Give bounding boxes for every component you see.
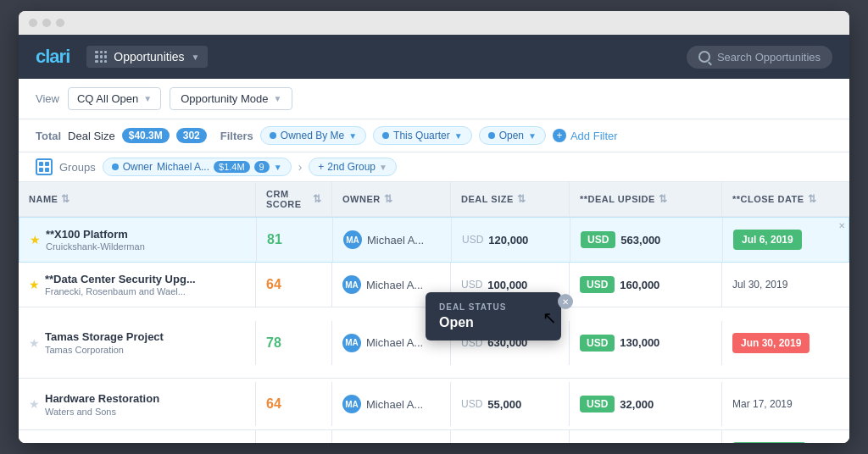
add-filter-label: Add Filter [570,130,618,142]
group-amount: $1.4M [214,161,250,173]
td-crm-3: 64 [256,382,332,426]
opp-name-0: **X100 Platform [46,228,145,242]
td-deal-4: USD 160,000 [451,430,570,443]
td-owner-0: MA Michael A... [333,218,452,262]
tooltip-title: DEAL STATUS [439,302,548,312]
group-dot [112,163,119,170]
owner-name-3: Michael A... [366,398,423,411]
table-row[interactable]: ★ **X100 Platform Cruickshank-Wilderman … [19,217,849,263]
titlebar [19,11,849,35]
add-filter-icon: + [553,129,566,142]
titlebar-dot-yellow [42,19,51,27]
filter-chip-quarter[interactable]: This Quarter ▼ [373,126,472,145]
deal-amount-badge: $40.3M [122,128,170,143]
td-owner-3: MA Michael A... [332,382,451,426]
search-icon [698,51,710,63]
td-deal-0: USD 120,000 [452,218,570,262]
star-icon-2[interactable]: ★ [29,336,40,350]
opp-company-2: Tamas Corporation [45,345,164,355]
star-icon-0[interactable]: ★ [30,233,41,246]
owner-avatar-3: MA [342,395,361,413]
main-window: clari Opportunities ▼ Search Opportuniti… [19,11,849,443]
groups-bar: Groups Owner Michael A... $1.4M 9 ▼ › + … [19,152,849,182]
td-name-4: ★ IT Storage Upgrade Gulgowski-Osinski [19,430,256,443]
td-deal-3: USD 55,000 [451,382,570,426]
filters-label: Filters [220,130,253,142]
currency-0: USD [462,234,483,246]
th-crm: CRM SCORE ⇅ [256,182,332,216]
crm-score-2: 78 [266,335,281,351]
th-name: NAME ⇅ [19,182,256,216]
tooltip-close-button[interactable]: ✕ [558,294,573,309]
deal-count-badge: 302 [176,128,207,143]
table-row[interactable]: ★ IT Storage Upgrade Gulgowski-Osinski 6… [19,430,849,443]
table-row[interactable]: ★ Hardware Restoration Waters and Sons 6… [19,379,849,430]
add-group-icon: + [318,161,324,173]
th-deal-sort-icon[interactable]: ⇅ [517,193,526,205]
td-crm-2: 78 [256,321,332,365]
star-icon-3[interactable]: ★ [29,397,40,411]
table-layout-icon[interactable] [36,158,53,175]
crm-score-0: 81 [267,232,282,247]
add-group-button[interactable]: + 2nd Group ▼ [309,158,397,176]
add-filter-button[interactable]: + Add Filter [553,129,618,142]
search-box[interactable]: Search Opportunities [687,46,832,69]
td-crm-1: 64 [256,263,332,307]
filter-open-label: Open [499,130,524,141]
cursor-indicator: ↖ [542,307,557,328]
opp-name-2: Tamas Storage Project [45,330,164,345]
td-crm-4: 69 [256,430,332,443]
opp-name-4: IT Storage Upgrade [45,440,147,443]
logo: clari [36,46,70,68]
th-upside: **DEAL UPSIDE ⇅ [570,182,722,216]
groups-label: Groups [59,161,96,174]
th-deal-size: DEAL SIZE ⇅ [451,182,570,216]
filter-chip-open[interactable]: Open ▼ [479,126,546,145]
td-upside-1: USD 160,000 [570,263,722,307]
td-upside-0: USD 563,000 [570,218,723,262]
nav-chevron-icon: ▼ [192,53,200,62]
filter-open-dot [488,132,495,139]
mode-select-text: Opportunity Mode [181,92,268,105]
nav-opportunities-button[interactable]: Opportunities ▼ [86,46,208,68]
search-placeholder: Search Opportunities [717,51,821,64]
tooltip-value: Open [439,315,548,330]
owner-avatar-1: MA [342,275,361,294]
th-close-date: **CLOSE DATE ⇅ [722,182,849,216]
crm-score-1: 64 [266,277,281,292]
group-chip-owner[interactable]: Owner Michael A... $1.4M 9 ▼ [103,158,292,176]
titlebar-dot-red [29,19,37,27]
td-close-3: Mar 17, 2019 [722,382,849,426]
td-close-4: Aug 3, 2019 [722,430,849,443]
amount-3: 55,000 [487,398,521,411]
group-count: 9 [254,161,270,173]
currency-3: USD [461,398,482,410]
th-name-sort-icon[interactable]: ⇅ [61,193,70,205]
group-owner-name: Michael A... [157,161,209,173]
currency-1: USD [461,279,482,291]
opp-name-3: Hardware Restoration [45,392,159,407]
th-owner-sort-icon[interactable]: ⇅ [384,193,393,205]
arrow-right-icon: › [298,160,303,174]
th-close-sort-icon[interactable]: ⇅ [808,193,817,205]
mode-select[interactable]: Opportunity Mode ▼ [170,87,292,110]
owner-name-2: Michael A... [366,336,423,349]
th-upside-sort-icon[interactable]: ⇅ [659,193,668,205]
upside-amount-3: 32,000 [620,398,654,411]
close-date-badge-4: Aug 3, 2019 [732,442,806,443]
nav-opportunities-label: Opportunities [114,50,184,64]
group-chevron: ▼ [274,163,282,172]
filter-owned-chevron: ▼ [348,131,357,141]
add-group-label: 2nd Group [327,161,376,173]
view-label: View [36,92,59,105]
view-select-chevron: ▼ [143,94,152,103]
star-icon-1[interactable]: ★ [29,278,40,291]
upside-currency-badge-2: USD [580,335,615,352]
view-select[interactable]: CQ All Open ▼ [68,87,161,110]
row-close-icon-0[interactable]: ✕ [838,221,845,230]
table-header: NAME ⇅ CRM SCORE ⇅ OWNER ⇅ DEAL SIZE ⇅ *… [19,182,849,217]
th-crm-sort-icon[interactable]: ⇅ [313,193,322,205]
toolbar: View CQ All Open ▼ Opportunity Mode ▼ [19,79,849,119]
amount-1: 100,000 [487,279,527,291]
filter-chip-owned[interactable]: Owned By Me ▼ [260,126,366,145]
